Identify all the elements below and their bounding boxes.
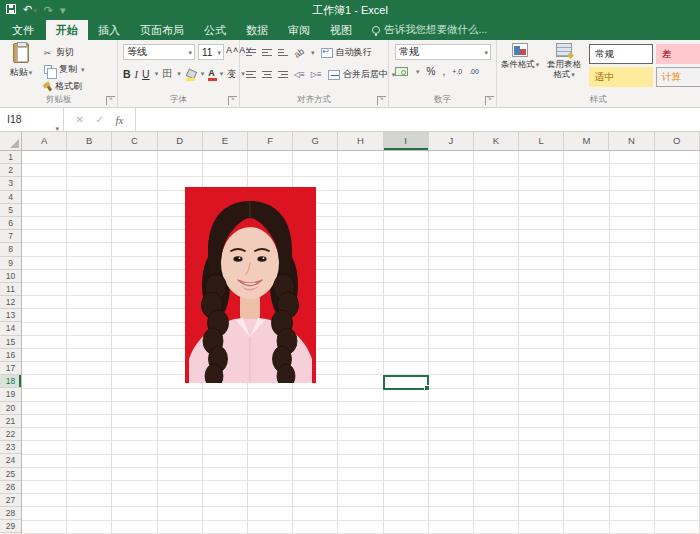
select-all-corner[interactable] bbox=[0, 132, 22, 151]
column-header-L[interactable]: L bbox=[519, 132, 564, 150]
column-header-K[interactable]: K bbox=[474, 132, 519, 150]
row-header-19[interactable]: 19 bbox=[0, 388, 21, 401]
row-header-8[interactable]: 8 bbox=[0, 243, 21, 256]
decrease-decimal-icon[interactable]: .00 bbox=[469, 68, 479, 75]
row-header-13[interactable]: 13 bbox=[0, 309, 21, 322]
fill-color-icon[interactable] bbox=[185, 70, 196, 78]
row-header-4[interactable]: 4 bbox=[0, 191, 21, 204]
copy-button[interactable]: 复制▾ bbox=[42, 62, 116, 77]
align-center-icon[interactable] bbox=[262, 71, 272, 79]
enter-icon[interactable]: ✓ bbox=[96, 114, 104, 125]
number-format-combo[interactable]: 常规▾ bbox=[395, 44, 491, 60]
format-painter-button[interactable]: 格式刷 bbox=[42, 79, 116, 94]
comma-style-icon[interactable]: , bbox=[442, 66, 445, 77]
row-header-9[interactable]: 9 bbox=[0, 257, 21, 270]
column-header-J[interactable]: J bbox=[429, 132, 474, 150]
tab-页面布局[interactable]: 页面布局 bbox=[130, 20, 194, 40]
merge-center-button[interactable]: 合并后居中▾ bbox=[328, 68, 396, 81]
increase-indent-icon[interactable]: ▷≡ bbox=[311, 70, 322, 79]
row-header-20[interactable]: 20 bbox=[0, 402, 21, 415]
wrap-text-button[interactable]: 自动换行 bbox=[321, 46, 372, 59]
orientation-icon[interactable]: ab bbox=[292, 46, 306, 60]
font-size-combo[interactable]: 11▾ bbox=[198, 44, 224, 60]
name-box[interactable]: I18▾ bbox=[0, 108, 64, 131]
row-header-16[interactable]: 16 bbox=[0, 349, 21, 362]
row-header-21[interactable]: 21 bbox=[0, 415, 21, 428]
tab-公式[interactable]: 公式 bbox=[194, 20, 236, 40]
font-dialog-launcher[interactable] bbox=[228, 96, 237, 105]
column-header-M[interactable]: M bbox=[564, 132, 609, 150]
id-photo-image[interactable] bbox=[185, 187, 316, 383]
row-header-1[interactable]: 1 bbox=[0, 151, 21, 164]
middle-align-icon[interactable] bbox=[262, 49, 272, 57]
row-header-29[interactable]: 29 bbox=[0, 520, 21, 533]
row-header-17[interactable]: 17 bbox=[0, 362, 21, 375]
column-header-I[interactable]: I bbox=[384, 132, 429, 150]
cell-grid[interactable] bbox=[22, 151, 700, 534]
row-header-15[interactable]: 15 bbox=[0, 336, 21, 349]
column-header-F[interactable]: F bbox=[248, 132, 293, 150]
cancel-icon[interactable]: ✕ bbox=[76, 114, 84, 125]
row-header-6[interactable]: 6 bbox=[0, 217, 21, 230]
align-right-icon[interactable] bbox=[278, 71, 288, 79]
column-header-D[interactable]: D bbox=[158, 132, 203, 150]
row-header-3[interactable]: 3 bbox=[0, 177, 21, 190]
cut-button[interactable]: ✂ 剪切 bbox=[42, 45, 116, 60]
column-header-A[interactable]: A bbox=[22, 132, 67, 150]
row-header-27[interactable]: 27 bbox=[0, 494, 21, 507]
tab-文件[interactable]: 文件 bbox=[0, 20, 46, 40]
column-header-E[interactable]: E bbox=[203, 132, 248, 150]
cell-style-计算[interactable]: 计算 bbox=[656, 67, 700, 87]
decrease-indent-icon[interactable]: ◁≡ bbox=[294, 70, 305, 79]
row-header-12[interactable]: 12 bbox=[0, 296, 21, 309]
row-header-25[interactable]: 25 bbox=[0, 468, 21, 481]
bottom-align-icon[interactable] bbox=[278, 49, 288, 57]
cell-style-适中[interactable]: 适中 bbox=[589, 67, 653, 87]
tab-审阅[interactable]: 审阅 bbox=[278, 20, 320, 40]
clipboard-dialog-launcher[interactable] bbox=[106, 96, 115, 105]
column-header-H[interactable]: H bbox=[338, 132, 383, 150]
tab-视图[interactable]: 视图 bbox=[320, 20, 362, 40]
formula-input[interactable] bbox=[136, 108, 700, 131]
tab-开始[interactable]: 开始 bbox=[46, 20, 88, 40]
selected-cell-I18[interactable] bbox=[383, 375, 429, 389]
cell-style-常规[interactable]: 常规 bbox=[589, 44, 653, 64]
cell-style-差[interactable]: 差 bbox=[656, 44, 700, 64]
percent-style-icon[interactable]: % bbox=[427, 66, 436, 77]
font-color-icon[interactable]: A bbox=[208, 68, 215, 81]
paste-button[interactable]: 粘贴▾ bbox=[4, 43, 38, 95]
row-header-7[interactable]: 7 bbox=[0, 230, 21, 243]
underline-button[interactable]: U bbox=[142, 68, 150, 80]
column-header-G[interactable]: G bbox=[293, 132, 338, 150]
number-dialog-launcher[interactable] bbox=[485, 96, 494, 105]
tab-插入[interactable]: 插入 bbox=[88, 20, 130, 40]
column-header-N[interactable]: N bbox=[609, 132, 654, 150]
row-header-5[interactable]: 5 bbox=[0, 204, 21, 217]
bold-button[interactable]: B bbox=[123, 68, 131, 80]
italic-button[interactable]: I bbox=[135, 69, 139, 80]
row-header-23[interactable]: 23 bbox=[0, 441, 21, 454]
align-left-icon[interactable] bbox=[246, 71, 256, 79]
column-header-B[interactable]: B bbox=[67, 132, 112, 150]
accounting-format-icon[interactable] bbox=[395, 67, 408, 76]
tab-数据[interactable]: 数据 bbox=[236, 20, 278, 40]
insert-function-icon[interactable]: fx bbox=[115, 114, 123, 126]
column-header-C[interactable]: C bbox=[112, 132, 157, 150]
top-align-icon[interactable] bbox=[246, 49, 256, 57]
borders-icon[interactable]: 田 bbox=[162, 67, 172, 81]
row-header-26[interactable]: 26 bbox=[0, 481, 21, 494]
increase-decimal-icon[interactable]: +.0 bbox=[452, 68, 462, 75]
phonetic-guide-icon[interactable]: 变 bbox=[227, 68, 236, 81]
column-header-O[interactable]: O bbox=[655, 132, 700, 150]
row-header-22[interactable]: 22 bbox=[0, 428, 21, 441]
tell-me-box[interactable]: 告诉我您想要做什么... bbox=[362, 20, 487, 40]
conditional-formatting-button[interactable]: 条件格式▾ bbox=[499, 43, 541, 70]
row-header-24[interactable]: 24 bbox=[0, 454, 21, 467]
alignment-dialog-launcher[interactable] bbox=[377, 96, 386, 105]
row-header-28[interactable]: 28 bbox=[0, 507, 21, 520]
row-header-14[interactable]: 14 bbox=[0, 322, 21, 335]
row-header-10[interactable]: 10 bbox=[0, 270, 21, 283]
format-as-table-button[interactable]: 套用表格格式▾ bbox=[543, 43, 585, 80]
row-header-18[interactable]: 18 bbox=[0, 375, 21, 388]
row-header-2[interactable]: 2 bbox=[0, 164, 21, 177]
